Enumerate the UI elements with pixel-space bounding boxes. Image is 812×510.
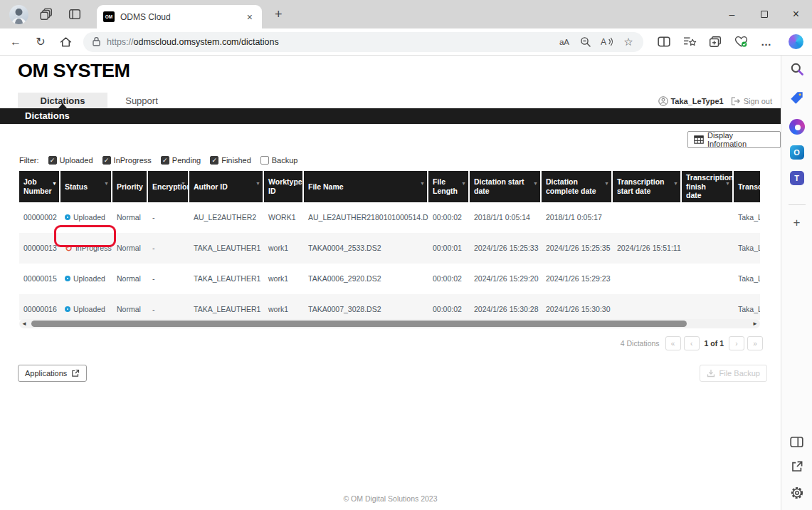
filter-item-label: Uploaded xyxy=(60,156,93,165)
file-backup-button[interactable]: File Backup xyxy=(700,365,767,382)
sort-arrow-icon[interactable]: ▼ xyxy=(295,181,300,187)
filter-checkbox-inprogress[interactable]: InProgress xyxy=(102,156,152,165)
cell-file-length: 00:00:01 xyxy=(428,233,470,264)
sidebar-panel-icon[interactable] xyxy=(781,436,812,448)
translate-icon[interactable]: aA xyxy=(554,33,575,51)
sidebar-open-external-icon[interactable] xyxy=(781,460,812,473)
uploaded-status-icon xyxy=(65,306,70,312)
maximize-button[interactable] xyxy=(748,0,780,28)
column-header-dictation-start-date[interactable]: Dictation start date▼ xyxy=(470,171,542,202)
tab-actions-icon[interactable] xyxy=(64,4,85,25)
column-header-dictation-complete-date[interactable]: Dictation complete date▼ xyxy=(542,171,613,202)
column-header-file-name[interactable]: File Name▼ xyxy=(304,171,428,202)
sort-arrow-icon[interactable]: ▼ xyxy=(604,181,609,187)
sort-arrow-icon[interactable]: ▼ xyxy=(52,181,57,187)
cell-file-name: AU_LE2AUTHER2180101000514.DS2 xyxy=(304,202,428,233)
cell-job-number: 00000015 xyxy=(19,264,60,294)
copilot-icon[interactable] xyxy=(789,34,803,49)
sort-arrow-icon[interactable]: ▼ xyxy=(461,181,466,187)
column-header-status[interactable]: Status▼ xyxy=(60,171,112,202)
window-controls: – × xyxy=(716,0,812,28)
column-header-file-length[interactable]: File Length▼ xyxy=(428,171,470,202)
url-text[interactable]: https://odmscloud.omsystem.com/dictation… xyxy=(107,37,279,47)
sort-arrow-icon[interactable]: ▼ xyxy=(533,181,538,187)
prev-page-button[interactable]: ‹ xyxy=(684,336,700,350)
column-header-priority[interactable]: Priority xyxy=(112,171,148,202)
browser-essentials-icon[interactable] xyxy=(730,31,752,53)
last-page-button[interactable]: » xyxy=(747,336,763,350)
workspaces-icon[interactable] xyxy=(36,4,57,25)
zoom-out-icon[interactable] xyxy=(575,33,596,51)
settings-more-icon[interactable]: … xyxy=(756,31,777,53)
scroll-left-icon[interactable]: ◄ xyxy=(19,321,29,327)
sidebar-add-icon[interactable]: + xyxy=(781,216,812,230)
first-page-button[interactable]: « xyxy=(665,336,681,350)
column-header-transcription-start-date[interactable]: Transcription start date▼ xyxy=(613,171,682,202)
sidebar-m365-icon[interactable] xyxy=(781,119,812,135)
split-screen-icon[interactable] xyxy=(653,31,675,53)
sort-arrow-icon[interactable]: ▼ xyxy=(673,181,678,187)
filter-label: Filter: xyxy=(19,156,39,165)
sort-arrow-icon[interactable]: ▼ xyxy=(181,181,186,187)
cell-job-number: 00000013 xyxy=(19,233,60,264)
scroll-right-icon[interactable]: ► xyxy=(750,321,760,327)
tab-support[interactable]: Support xyxy=(107,93,176,108)
horizontal-scrollbar[interactable]: ◄ ► xyxy=(19,319,760,328)
filter-checkbox-finished[interactable]: Finished xyxy=(210,156,251,165)
table-row[interactable]: 00000013 ↻InProgress Normal - TAKA_LEAUT… xyxy=(19,233,760,264)
table-header-row: Job Number▼ Status▼ Priority Encryption▼… xyxy=(19,171,760,202)
sidebar-outlook-icon[interactable]: O xyxy=(781,145,812,160)
collections-icon[interactable] xyxy=(705,31,726,53)
sign-out-button[interactable]: Sign out xyxy=(744,97,772,105)
sort-arrow-icon[interactable]: ▼ xyxy=(104,181,109,187)
column-header-author-id[interactable]: Author ID▼ xyxy=(189,171,264,202)
browser-tab[interactable]: OM ODMS Cloud × xyxy=(97,5,262,28)
column-header-transcriptionist[interactable]: Transc xyxy=(734,171,760,202)
address-bar[interactable]: https://odmscloud.omsystem.com/dictation… xyxy=(83,32,643,52)
new-tab-button[interactable]: + xyxy=(270,7,287,22)
url-host: odmscloud.omsystem.com/dictations xyxy=(134,37,279,47)
table-row[interactable]: 00000016 Uploaded Normal - TAKA_LEAUTHER… xyxy=(19,294,760,320)
checkbox-icon xyxy=(161,156,169,165)
minimize-button[interactable]: – xyxy=(716,0,748,28)
applications-button[interactable]: Applications xyxy=(18,365,87,382)
footer-copyright: © OM Digital Solutions 2023 xyxy=(0,494,781,503)
cell-author-id: TAKA_LEAUTHER1 xyxy=(189,294,264,320)
column-header-job-number[interactable]: Job Number▼ xyxy=(19,171,60,202)
next-page-button[interactable]: › xyxy=(729,336,744,350)
sidebar-shopping-icon[interactable] xyxy=(781,90,812,105)
cell-file-name: TAKA0007_3028.DS2 xyxy=(304,294,428,320)
back-icon[interactable]: ← xyxy=(6,33,25,51)
filter-checkbox-backup[interactable]: Backup xyxy=(260,156,298,165)
tab-close-icon[interactable]: × xyxy=(244,11,255,23)
column-header-worktype-id[interactable]: Worktype ID▼ xyxy=(264,171,304,202)
profile-avatar[interactable] xyxy=(9,5,28,24)
table-row[interactable]: 00000002 Uploaded Normal - AU_LE2AUTHER2… xyxy=(19,202,760,233)
sort-arrow-icon[interactable]: ▼ xyxy=(255,181,260,187)
cell-job-number: 00000002 xyxy=(19,202,60,233)
lock-icon[interactable] xyxy=(92,36,101,47)
sort-arrow-icon[interactable]: ▼ xyxy=(725,181,730,187)
close-button[interactable]: × xyxy=(780,0,812,28)
cell-priority: Normal xyxy=(112,264,148,294)
checkbox-icon xyxy=(48,156,57,165)
display-information-button[interactable]: Display Information xyxy=(687,131,781,148)
refresh-icon[interactable]: ↻ xyxy=(31,33,50,51)
filter-checkbox-uploaded[interactable]: Uploaded xyxy=(48,156,93,165)
sort-arrow-icon[interactable]: ▼ xyxy=(420,181,425,187)
read-aloud-icon[interactable]: A xyxy=(596,33,618,51)
scrollbar-thumb[interactable] xyxy=(31,321,687,327)
favorites-icon[interactable] xyxy=(679,31,700,53)
external-link-icon xyxy=(71,369,80,378)
column-header-encryption[interactable]: Encryption▼ xyxy=(148,171,189,202)
table-row[interactable]: 00000015 Uploaded Normal - TAKA_LEAUTHER… xyxy=(19,264,760,294)
cell-transcription-finish xyxy=(682,264,734,294)
sidebar-teams-icon[interactable]: T xyxy=(781,171,812,185)
favorite-star-icon[interactable]: ☆ xyxy=(618,33,639,51)
sidebar-settings-gear-icon[interactable] xyxy=(781,486,812,500)
home-icon[interactable] xyxy=(56,33,75,51)
cell-transcription-finish xyxy=(682,202,734,233)
sidebar-search-icon[interactable] xyxy=(781,62,812,76)
column-header-transcription-finish-date[interactable]: Transcription finish date▼ xyxy=(682,171,734,202)
filter-checkbox-pending[interactable]: Pending xyxy=(161,156,201,165)
